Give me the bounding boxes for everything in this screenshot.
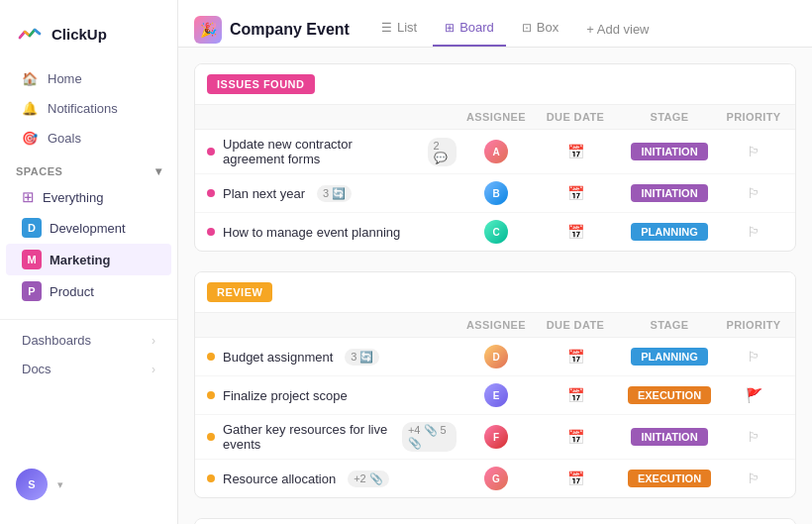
sidebar-item-notifications-label: Notifications bbox=[48, 101, 118, 116]
tab-box[interactable]: ⊡ Box bbox=[510, 12, 570, 47]
status-cell: INITIATION bbox=[615, 184, 724, 202]
tab-board[interactable]: ⊞ Board bbox=[433, 12, 506, 47]
user-avatar-area[interactable]: S ▾ bbox=[0, 457, 177, 512]
task-dot bbox=[207, 228, 215, 236]
docs-label: Docs bbox=[22, 362, 51, 376]
priority-cell: 🏳 bbox=[724, 144, 783, 159]
sidebar-item-everything[interactable]: ⊞ Everything bbox=[6, 182, 171, 212]
due-date-cell: 📅 bbox=[536, 144, 615, 159]
add-view-label: + Add view bbox=[586, 22, 649, 37]
due-date-cell: 📅 bbox=[536, 387, 615, 403]
space-development-label: Development bbox=[50, 221, 126, 236]
task-name: Update new contractor agreement forms bbox=[223, 137, 416, 166]
calendar-icon: 📅 bbox=[567, 144, 584, 159]
sidebar-item-docs[interactable]: Docs › bbox=[6, 355, 171, 383]
group-ready: READY ASSIGNEE DUE DATE STAGE PRIORITY N… bbox=[194, 518, 796, 524]
task-name-cell: Resource allocation +2 📎 bbox=[207, 471, 457, 487]
logo-area: ClickUp bbox=[0, 12, 177, 63]
status-cell: INITIATION bbox=[615, 143, 724, 160]
chevron-right-icon: › bbox=[152, 334, 155, 348]
calendar-icon: 📅 bbox=[567, 349, 584, 365]
assignee-cell: F bbox=[457, 425, 536, 449]
chevron-down-icon: ▾ bbox=[155, 164, 162, 178]
spaces-label: Spaces bbox=[16, 165, 62, 177]
table-row[interactable]: Gather key resources for live events +4 … bbox=[195, 415, 795, 460]
space-everything-label: Everything bbox=[43, 190, 103, 205]
group-review-badge: REVIEW bbox=[207, 282, 272, 302]
tab-list[interactable]: ☰ List bbox=[369, 12, 429, 47]
status-cell: INITIATION bbox=[615, 428, 724, 446]
table-header-review: ASSIGNEE DUE DATE STAGE PRIORITY bbox=[195, 313, 795, 338]
spaces-section-header: Spaces ▾ bbox=[0, 153, 177, 182]
table-row[interactable]: Update new contractor agreement forms 2 … bbox=[195, 130, 795, 174]
sidebar-item-development[interactable]: D Development bbox=[6, 212, 171, 244]
group-review: REVIEW ASSIGNEE DUE DATE STAGE PRIORITY … bbox=[194, 271, 796, 498]
meta-badge: 3 🔄 bbox=[345, 349, 379, 366]
table-row[interactable]: Budget assignment 3 🔄 D 📅 PLANNING 🏳 bbox=[195, 338, 795, 376]
add-view-button[interactable]: + Add view bbox=[574, 14, 660, 45]
status-badge: EXECUTION bbox=[628, 470, 711, 487]
col-assignee: ASSIGNEE bbox=[457, 319, 536, 331]
assignee-cell: B bbox=[457, 181, 536, 205]
sidebar-item-dashboards[interactable]: Dashboards › bbox=[6, 326, 171, 355]
tab-list-label: List bbox=[397, 20, 417, 35]
sidebar: ClickUp 🏠 Home 🔔 Notifications 🎯 Goals S… bbox=[0, 0, 178, 524]
avatar: C bbox=[484, 220, 508, 244]
flag-icon: 🏳 bbox=[747, 185, 761, 201]
status-badge: EXECUTION bbox=[628, 386, 711, 404]
flag-icon: 🏳 bbox=[747, 224, 761, 240]
avatar: S bbox=[16, 469, 48, 500]
avatar: G bbox=[484, 467, 508, 490]
priority-cell: 🚩 bbox=[724, 387, 783, 403]
space-product-label: Product bbox=[50, 284, 94, 299]
home-icon: 🏠 bbox=[22, 70, 38, 86]
avatar: F bbox=[484, 425, 508, 449]
task-name: Budget assignment bbox=[223, 350, 333, 365]
group-ready-header: READY bbox=[195, 519, 795, 524]
priority-cell: 🏳 bbox=[724, 471, 783, 486]
col-due-date: DUE DATE bbox=[536, 111, 615, 123]
task-name: Finalize project scope bbox=[223, 388, 348, 403]
table-header-issues: ASSIGNEE DUE DATE STAGE PRIORITY bbox=[195, 105, 795, 130]
meta-badge: 2 💬 bbox=[428, 138, 457, 166]
priority-cell: 🏳 bbox=[724, 185, 783, 201]
tab-box-label: Box bbox=[537, 20, 558, 35]
assignee-cell: C bbox=[457, 220, 536, 244]
task-meta: +4 📎 5 📎 bbox=[402, 422, 457, 452]
sidebar-item-marketing[interactable]: M Marketing bbox=[6, 244, 171, 275]
board-content: ISSUES FOUND ASSIGNEE DUE DATE STAGE PRI… bbox=[178, 48, 812, 524]
calendar-icon: 📅 bbox=[567, 387, 584, 403]
app-name: ClickUp bbox=[51, 26, 107, 43]
col-priority: PRIORITY bbox=[724, 319, 783, 331]
status-cell: PLANNING bbox=[615, 348, 724, 366]
table-row[interactable]: Resource allocation +2 📎 G 📅 EXECUTION 🏳 bbox=[195, 460, 795, 497]
task-dot bbox=[207, 391, 215, 399]
sidebar-item-product[interactable]: P Product bbox=[6, 275, 171, 307]
task-dot bbox=[207, 433, 215, 441]
task-name: Gather key resources for live events bbox=[223, 422, 390, 452]
meta-badge: +2 📎 bbox=[348, 471, 389, 487]
list-icon: ☰ bbox=[381, 21, 392, 35]
task-dot bbox=[207, 353, 215, 361]
table-row[interactable]: Finalize project scope E 📅 EXECUTION 🚩 bbox=[195, 376, 795, 415]
priority-cell: 🏳 bbox=[724, 224, 783, 240]
task-name-cell: Finalize project scope bbox=[207, 388, 457, 403]
task-name: Resource allocation bbox=[223, 472, 336, 486]
main-content: 🎉 Company Event ☰ List ⊞ Board ⊡ Box + A… bbox=[178, 0, 812, 524]
task-name-cell: How to manage event planning bbox=[207, 225, 457, 240]
status-cell: EXECUTION bbox=[615, 386, 724, 404]
status-badge: INITIATION bbox=[631, 428, 707, 446]
group-issues-header: ISSUES FOUND bbox=[195, 64, 795, 105]
sidebar-item-goals[interactable]: 🎯 Goals bbox=[6, 123, 171, 153]
task-dot bbox=[207, 148, 215, 156]
avatar: B bbox=[484, 181, 508, 205]
table-row[interactable]: How to manage event planning C 📅 PLANNIN… bbox=[195, 213, 795, 251]
col-priority: PRIORITY bbox=[724, 111, 783, 123]
calendar-icon: 📅 bbox=[567, 429, 584, 445]
table-row[interactable]: Plan next year 3 🔄 B 📅 INITIATION 🏳 bbox=[195, 174, 795, 213]
calendar-icon: 📅 bbox=[567, 185, 584, 201]
sidebar-item-home[interactable]: 🏠 Home bbox=[6, 63, 171, 93]
calendar-icon: 📅 bbox=[567, 224, 584, 240]
status-badge: INITIATION bbox=[631, 143, 707, 160]
sidebar-item-notifications[interactable]: 🔔 Notifications bbox=[6, 93, 171, 123]
